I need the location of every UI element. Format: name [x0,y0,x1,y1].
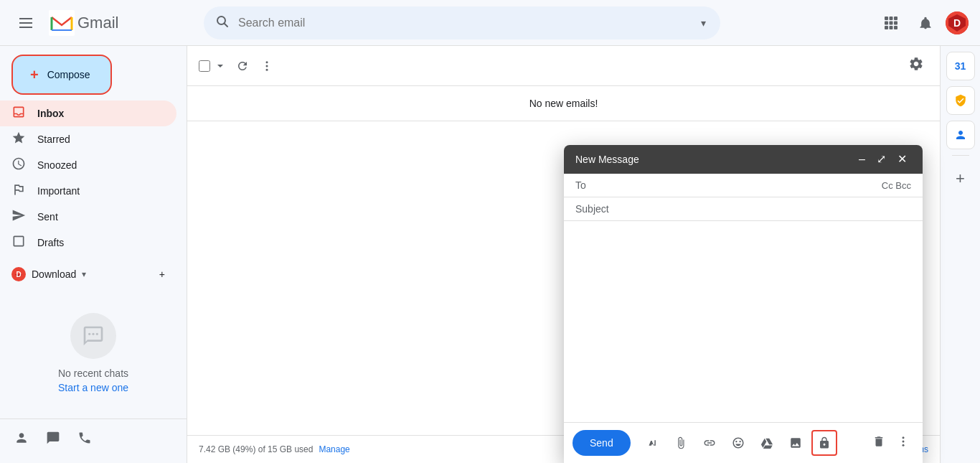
search-dropdown-button[interactable]: ▾ [698,14,709,32]
contacts-right-button[interactable] [946,121,975,149]
section-label-text: Download [32,268,76,280]
compose-drive-button[interactable] [754,430,780,456]
svg-rect-0 [19,18,32,19]
compose-body-textarea[interactable] [564,221,923,422]
svg-text:D: D [16,271,21,279]
sidebar-item-important[interactable]: Important [0,178,176,204]
svg-rect-10 [890,21,893,24]
chat-empty-section: No recent chats Start a new one [0,299,187,408]
tasks-button[interactable] [946,86,975,115]
compose-lock-button[interactable] [811,430,837,456]
storage-used-text: 7.42 GB (49%) of 15 GB used [199,444,313,454]
snoozed-label: Snoozed [37,159,77,171]
svg-point-20 [92,333,94,335]
compose-cc-bcc-link[interactable]: Cc Bcc [882,180,911,191]
compose-button[interactable]: + Compose [11,55,112,95]
apps-button[interactable] [877,9,905,37]
sidebar-item-inbox[interactable]: Inbox [0,100,176,126]
sidebar-item-snoozed[interactable]: Snoozed [0,152,176,178]
select-dropdown-button[interactable] [212,57,229,75]
svg-rect-8 [894,17,897,20]
no-chats-text: No recent chats [58,368,128,379]
sidebar-section-download[interactable]: D Download ▾ + [0,261,176,287]
compose-attach-button[interactable] [668,430,694,456]
svg-point-19 [88,333,90,335]
svg-rect-11 [894,21,897,24]
compose-plus-icon: + [30,67,39,82]
more-options-button[interactable] [256,55,278,77]
search-bar[interactable]: ▾ [204,6,720,39]
user-avatar-button[interactable]: D [946,11,969,34]
svg-rect-2 [19,27,32,28]
compose-more-button[interactable] [892,431,914,456]
download-avatar-icon: D [11,267,26,281]
hamburger-button[interactable] [11,9,40,37]
topbar-left: Gmail [11,9,198,37]
compose-subject-field: Subject [564,197,923,221]
refresh-button[interactable] [232,55,253,77]
compose-to-label: To [575,179,611,191]
svg-rect-14 [894,26,897,29]
compose-minimize-button[interactable]: – [854,152,870,167]
star-icon [11,131,26,149]
chat-bottom-button[interactable] [43,428,63,452]
phone-bottom-button[interactable] [75,428,95,452]
compose-window-title: New Message [575,154,854,165]
compose-body: To Cc Bcc Subject Send [564,174,923,463]
svg-point-25 [903,436,905,439]
start-new-chat-link[interactable]: Start a new one [58,382,128,393]
select-all-checkbox[interactable] [199,60,210,72]
compose-emoji-button[interactable] [725,430,751,456]
compose-delete-button[interactable] [868,431,890,456]
compose-link-button[interactable] [697,430,722,456]
compose-format-button[interactable] [639,430,665,456]
compose-photo-button[interactable] [783,430,809,456]
svg-point-24 [266,68,268,70]
compose-close-button[interactable]: ✕ [893,152,911,167]
snoozed-icon [11,156,26,174]
add-panel-button[interactable]: + [946,164,975,193]
hamburger-icon [19,17,32,29]
topbar: Gmail ▾ [0,0,980,46]
svg-line-5 [225,23,228,27]
inbox-label: Inbox [37,108,64,119]
svg-point-21 [96,333,98,335]
sidebar-item-sent[interactable]: Sent [0,204,176,230]
gmail-m-icon [49,10,75,36]
no-new-emails-text: No new emails! [187,86,940,121]
calendar-button[interactable]: 31 [946,52,975,80]
sent-icon [11,208,26,226]
starred-label: Starred [37,134,70,145]
drafts-icon [11,234,26,252]
compose-header[interactable]: New Message – ⤢ ✕ [564,145,923,174]
svg-rect-12 [885,26,888,29]
compose-expand-button[interactable]: ⤢ [872,152,890,167]
manage-storage-link[interactable]: Manage [319,444,349,454]
section-add-icon[interactable]: + [159,268,165,280]
important-label: Important [37,185,80,197]
compose-to-input[interactable] [617,179,876,191]
svg-point-23 [266,65,268,67]
compose-header-actions: – ⤢ ✕ [854,152,911,167]
search-input[interactable] [238,17,689,29]
gmail-logo: Gmail [49,10,118,36]
compose-footer: Send [564,422,923,463]
drafts-label: Drafts [37,237,64,248]
compose-send-button[interactable]: Send [573,430,631,456]
sidebar-item-drafts[interactable]: Drafts [0,230,176,256]
gmail-logo-text: Gmail [77,14,118,32]
svg-text:D: D [953,17,961,29]
inbox-icon [11,105,26,123]
section-chevron-icon: ▾ [82,269,86,279]
svg-point-26 [903,440,905,442]
compose-subject-input[interactable] [617,203,911,215]
svg-point-22 [266,61,268,63]
compose-label: Compose [47,69,90,80]
sidebar: + Compose Inbox Starred [0,46,187,463]
sidebar-item-starred[interactable]: Starred [0,126,176,152]
notifications-button[interactable] [911,9,940,37]
settings-button[interactable] [904,52,928,80]
contacts-bottom-button[interactable] [11,428,32,452]
svg-point-27 [903,444,905,446]
search-icon [215,14,230,32]
